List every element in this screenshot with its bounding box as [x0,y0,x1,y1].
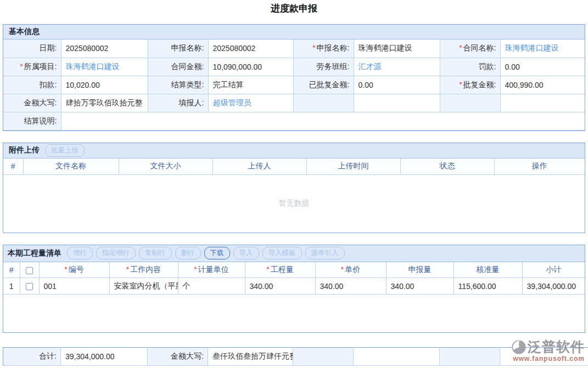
basic-info-section: 基本信息 日期: 2025080002 申报名称: 2025080002 *申报… [3,24,585,131]
boq-table: # *编号 *工作内容 *计量单位 *工程量 *单价 申报量 核准量 小计 1 … [3,262,585,332]
penalty-value: 0.00 [500,58,585,76]
declaration-number-label: 申报名称: [148,39,208,58]
delete-row-button[interactable]: 删行 [175,247,201,259]
attachments-section-header: 附件上传 批量上传 [3,143,585,158]
labor-team-label: 劳务班组: [293,58,354,76]
empty-value-cell [500,94,585,112]
total-words-label: 金额大写: [148,348,208,366]
boq-section: 本期工程量清单 增行 指定增行 复制行 删行 下载 导入 导入模板 源单引入 #… [3,245,585,333]
boq-title: 本期工程量清单 [8,248,61,258]
labor-team-link[interactable]: 汇才源 [359,62,382,71]
contract-name-label: *合同名称: [440,39,500,58]
download-button[interactable]: 下载 [204,247,230,259]
col-file-name: 文件名称 [23,158,119,175]
empty-label-cell [293,94,354,112]
row-index: 1 [3,278,20,295]
add-row-button[interactable]: 增行 [67,247,93,259]
col-unit: *计量单位 [178,262,245,278]
contract-amount-value: 10,090,000.00 [208,58,293,76]
approved-amount-label: *批复金额: [440,76,500,94]
col-file-size: 文件大小 [119,158,212,175]
empty-label-cell [293,348,354,366]
empty-label-cell [440,94,500,112]
declaration-number-value: 2025080002 [208,39,293,58]
row-unit[interactable]: 个 [178,278,245,295]
col-actions: 操作 [494,158,585,175]
col-quantity: *工程量 [245,262,315,278]
basic-info-row-3: 扣款: 10,020.00 结算类型: 完工结算 已批复金额: 0.00 *批复… [3,76,585,94]
required-mark: * [459,43,462,52]
basic-info-row-4: 金额大写: 肆拾万零玖佰玖拾元整 填报人: 超级管理员 [3,94,585,112]
contract-name-link[interactable]: 珠海鹤港口建设 [505,43,559,52]
boq-section-header: 本期工程量清单 增行 指定增行 复制行 删行 下载 导入 导入模板 源单引入 [3,245,585,262]
row-declared-qty[interactable]: 340.00 [386,278,453,295]
row-select-cell [20,278,39,295]
select-all-cell [20,262,39,278]
labor-team-value: 汇才源 [354,58,440,76]
boq-empty-area [3,295,585,332]
col-code: *编号 [39,262,109,278]
col-subtotal: 小计 [522,262,585,278]
amount-words-label: 金额大写: [3,94,61,112]
col-approved-qty: 核准量 [453,262,522,278]
total-value: 39,304,000.00 [61,348,148,366]
contract-amount-label: 合同金额: [148,58,208,76]
required-mark: * [194,265,197,274]
page-title: 进度款申报 [0,0,588,24]
project-link[interactable]: 珠海鹤港口建设 [66,62,120,71]
empty-label-cell [440,348,500,366]
row-approved-qty: 115,600.00 [453,278,522,295]
select-all-checkbox[interactable] [26,267,33,274]
basic-info-row-5: 结算说明: [3,112,585,130]
required-mark: * [126,265,129,274]
vendor-watermark: 泛普软件 www.fanpusoft.com [511,338,585,363]
date-label: 日期: [3,39,61,58]
row-checkbox[interactable] [26,283,33,290]
col-status: 状态 [400,158,494,175]
basic-info-row-1: 日期: 2025080002 申报名称: 2025080002 *申报名称: 珠… [3,39,585,58]
total-label: 合计: [3,348,61,366]
attachments-title: 附件上传 [9,145,40,155]
declaration-name-label: *申报名称: [293,39,354,58]
amount-words-value: 肆拾万零玖佰玖拾元整 [61,94,148,112]
batch-upload-button[interactable]: 批量上传 [45,144,85,157]
boq-row: 1 001 安装室内分机（平层. 个 340.00 340.00 340.00 … [3,278,585,295]
source-import-button[interactable]: 源单引入 [305,247,345,259]
fanpu-logo-icon [511,339,527,355]
totals-row: 合计: 39,304,000.00 金额大写: 叁仟玖佰叁拾万肆仟元整 [3,348,588,366]
attachments-empty-row: 暂无数据 [3,175,585,233]
row-code[interactable]: 001 [39,278,109,295]
attachments-header-row: # 文件名称 文件大小 上传人 上传时间 状态 操作 [3,158,585,175]
basic-info-section-header: 基本信息 [3,25,585,39]
boq-header-row: # *编号 *工作内容 *计量单位 *工程量 *单价 申报量 核准量 小计 [3,262,585,278]
basic-info-title: 基本信息 [9,27,40,37]
contract-name-value: 珠海鹤港口建设 [500,39,585,58]
row-unit-price[interactable]: 340.00 [315,278,386,295]
col-index: # [3,158,23,175]
col-unit-price: *单价 [315,262,386,278]
empty-value-cell [354,94,440,112]
vendor-brand-text: 泛普软件 [528,338,585,356]
import-template-button[interactable]: 导入模板 [262,247,302,259]
import-button[interactable]: 导入 [233,247,259,259]
deduction-value: 10,020.00 [61,76,148,94]
row-work-content[interactable]: 安装室内分机（平层. [109,278,178,295]
required-mark: * [266,265,269,274]
attachments-table: # 文件名称 文件大小 上传人 上传时间 状态 操作 暂无数据 [3,158,585,233]
settlement-type-value: 完工结算 [208,76,293,94]
col-upload-time: 上传时间 [306,158,400,175]
basic-info-row-2: *所属项目: 珠海鹤港口建设 合同金额: 10,090,000.00 劳务班组:… [3,58,585,76]
required-mark: * [341,265,344,274]
row-quantity[interactable]: 340.00 [245,278,315,295]
vendor-url-text: www.fanpusoft.com [511,355,585,363]
copy-row-button[interactable]: 复制行 [139,247,172,259]
project-label: *所属项目: [3,58,61,76]
required-mark: * [312,43,315,52]
settlement-type-label: 结算类型: [148,76,208,94]
required-mark: * [459,80,462,89]
insert-row-button[interactable]: 指定增行 [96,247,136,259]
filler-link[interactable]: 超级管理员 [213,98,251,107]
basic-info-grid: 日期: 2025080002 申报名称: 2025080002 *申报名称: 珠… [3,39,585,131]
total-words-value: 叁仟玖佰叁拾万肆仟元整 [208,348,293,366]
attachments-section: 附件上传 批量上传 # 文件名称 文件大小 上传人 上传时间 状态 操作 暂无数… [3,143,585,233]
